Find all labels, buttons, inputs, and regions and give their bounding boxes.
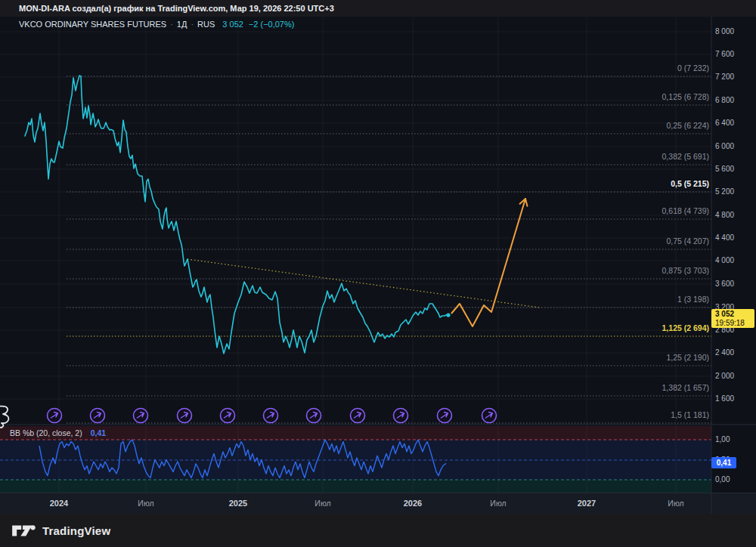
interval-label[interactable]: 1Д xyxy=(177,20,187,29)
share-info-text: MON-DI-ARA создал(а) график на TradingVi… xyxy=(19,4,334,13)
indicator-header[interactable]: BB %b (20, close, 2) 0,41 xyxy=(10,428,106,437)
indicator-value-tag-text: 0,41 xyxy=(717,459,731,467)
exchange-label: RUS xyxy=(197,20,215,29)
indicator-title[interactable]: BB %b (20, close, 2) xyxy=(10,428,82,437)
price-change-value: −2 (−0,07%) xyxy=(249,20,295,29)
time-axis-strip[interactable] xyxy=(0,493,756,514)
chart-plot-background xyxy=(0,17,756,493)
share-info-bar: MON-DI-ARA создал(а) график на TradingVi… xyxy=(0,0,756,17)
separator-dot: · xyxy=(191,20,194,29)
footer-bar: TradingView xyxy=(0,514,756,547)
last-price-value: 3 052 xyxy=(222,20,243,29)
indicator-value-tag: 0,41 xyxy=(711,457,736,468)
tradingview-logo-icon[interactable] xyxy=(11,521,36,540)
symbol-name[interactable]: VKCO ORDINARY SHARES FUTURES xyxy=(19,20,166,29)
separator-dot: · xyxy=(170,20,173,29)
bar-countdown: 19:59:18 xyxy=(715,319,754,328)
indicator-value: 0,41 xyxy=(91,428,106,437)
symbol-header[interactable]: VKCO ORDINARY SHARES FUTURES·1Д·RUS3 052… xyxy=(19,20,294,32)
last-price-tag-value: 3 052 xyxy=(715,310,754,319)
last-price-tag: 3 052 19:59:18 xyxy=(711,309,754,328)
footer-brand-text[interactable]: TradingView xyxy=(42,524,110,537)
